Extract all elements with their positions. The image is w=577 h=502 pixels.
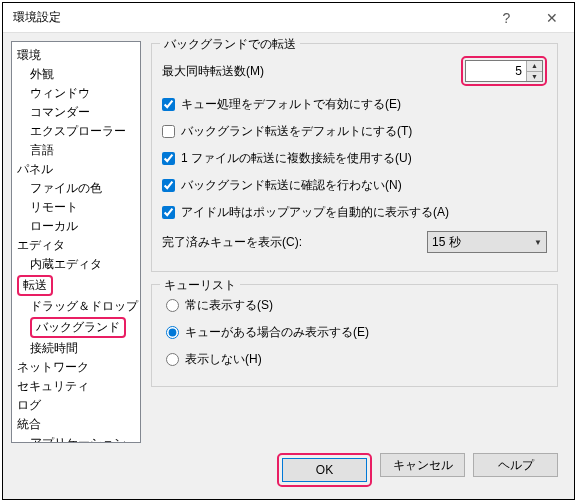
done-queue-label: 完了済みキューを表示(C):: [162, 234, 427, 251]
group-queue-list: キューリスト 常に表示する(S) キューがある場合のみ表示する(E) 表示しない…: [151, 284, 558, 387]
done-queue-select[interactable]: 15 秒 ▼: [427, 231, 547, 253]
group-legend: キューリスト: [160, 277, 240, 294]
nav-tree[interactable]: 環境 外観 ウィンドウ コマンダー エクスプローラー 言語 パネル ファイルの色…: [11, 41, 141, 443]
tree-item[interactable]: エクスプローラー: [14, 122, 138, 141]
tree-item[interactable]: ウィンドウ: [14, 84, 138, 103]
help-icon[interactable]: ?: [484, 3, 529, 32]
cb-idle-popup[interactable]: [162, 206, 175, 219]
tree-item[interactable]: ファイルの色: [14, 179, 138, 198]
tree-integrate[interactable]: 統合: [14, 415, 138, 434]
tree-item[interactable]: 内蔵エディタ: [14, 255, 138, 274]
window-title: 環境設定: [13, 9, 484, 26]
spinner-down-icon[interactable]: ▼: [527, 72, 542, 82]
cb-queue-default[interactable]: [162, 98, 175, 111]
ok-button[interactable]: OK: [282, 458, 367, 482]
group-legend: バックグランドでの転送: [160, 36, 300, 53]
cb-label: バックグランド転送をデフォルトにする(T): [181, 123, 412, 140]
radio-when-queue[interactable]: [166, 326, 179, 339]
group-background-transfer: バックグランドでの転送 最大同時転送数(M) ▲ ▼ キュー処理をデフォルトで: [151, 43, 558, 272]
cancel-button[interactable]: キャンセル: [380, 453, 465, 477]
cb-no-confirm[interactable]: [162, 179, 175, 192]
max-transfer-input[interactable]: [466, 61, 526, 81]
tree-log[interactable]: ログ: [14, 396, 138, 415]
tree-env[interactable]: 環境: [14, 46, 138, 65]
tree-panel[interactable]: パネル: [14, 160, 138, 179]
chevron-down-icon: ▼: [534, 238, 542, 247]
max-transfer-label: 最大同時転送数(M): [162, 63, 461, 80]
tree-background[interactable]: バックグランド: [14, 316, 138, 339]
cb-label: アイドル時はポップアップを自動的に表示する(A): [181, 204, 449, 221]
select-value: 15 秒: [432, 234, 461, 251]
cb-bg-default[interactable]: [162, 125, 175, 138]
spinner-up-icon[interactable]: ▲: [527, 61, 542, 72]
tree-item[interactable]: アプリケーション: [14, 434, 138, 443]
radio-label: キューがある場合のみ表示する(E): [185, 324, 369, 341]
tree-item[interactable]: ローカル: [14, 217, 138, 236]
help-button[interactable]: ヘルプ: [473, 453, 558, 477]
cb-label: 1 ファイルの転送に複数接続を使用する(U): [181, 150, 412, 167]
tree-item[interactable]: リモート: [14, 198, 138, 217]
close-icon[interactable]: ✕: [529, 3, 574, 32]
tree-item[interactable]: コマンダー: [14, 103, 138, 122]
radio-never[interactable]: [166, 353, 179, 366]
cb-label: バックグランド転送に確認を行わない(N): [181, 177, 402, 194]
max-transfer-spinner[interactable]: ▲ ▼: [465, 60, 543, 82]
tree-item[interactable]: 外観: [14, 65, 138, 84]
cb-multi-conn[interactable]: [162, 152, 175, 165]
radio-label: 表示しない(H): [185, 351, 262, 368]
tree-item[interactable]: ドラッグ＆ドロップ: [14, 297, 138, 316]
cb-label: キュー処理をデフォルトで有効にする(E): [181, 96, 401, 113]
tree-network[interactable]: ネットワーク: [14, 358, 138, 377]
tree-editor[interactable]: エディタ: [14, 236, 138, 255]
tree-transfer[interactable]: 転送: [14, 274, 138, 297]
tree-security[interactable]: セキュリティ: [14, 377, 138, 396]
radio-always[interactable]: [166, 299, 179, 312]
tree-item[interactable]: 言語: [14, 141, 138, 160]
tree-item[interactable]: 接続時間: [14, 339, 138, 358]
radio-label: 常に表示する(S): [185, 297, 273, 314]
